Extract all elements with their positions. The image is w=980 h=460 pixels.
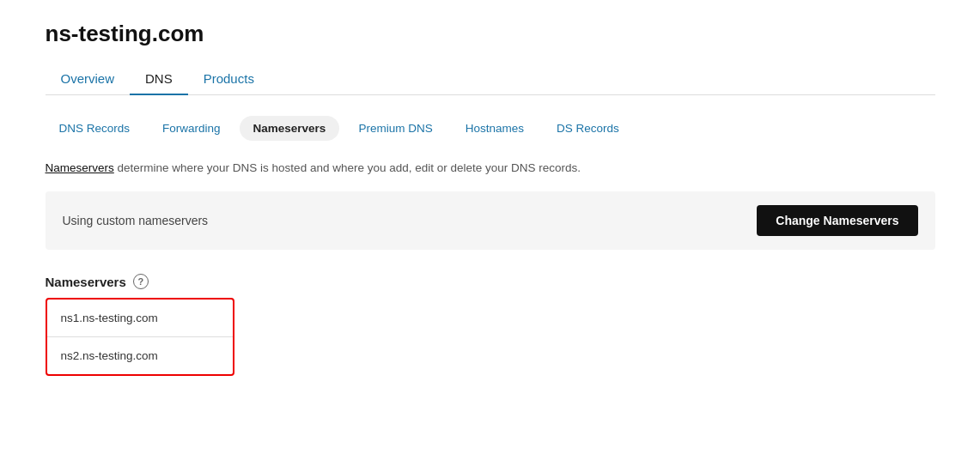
nameservers-list: ns1.ns-testing.com ns2.ns-testing.com bbox=[46, 298, 234, 376]
status-bar: Using custom nameservers Change Nameserv… bbox=[46, 191, 935, 250]
change-nameservers-button[interactable]: Change Nameservers bbox=[757, 205, 917, 236]
subtab-premium-dns[interactable]: Premium DNS bbox=[344, 116, 446, 141]
info-text: Nameservers determine where your DNS is … bbox=[46, 161, 935, 174]
nameservers-section-title: Nameservers bbox=[46, 275, 126, 289]
domain-title: ns-testing.com bbox=[46, 21, 935, 47]
nameservers-section: Nameservers ? ns1.ns-testing.com ns2.ns-… bbox=[46, 274, 935, 376]
tab-dns[interactable]: DNS bbox=[130, 63, 188, 94]
subtab-ds-records[interactable]: DS Records bbox=[543, 116, 633, 141]
sub-tabs: DNS Records Forwarding Nameservers Premi… bbox=[46, 116, 935, 141]
nameserver-entry-1: ns1.ns-testing.com bbox=[47, 300, 233, 337]
status-text: Using custom nameservers bbox=[63, 214, 209, 227]
subtab-nameservers[interactable]: Nameservers bbox=[240, 116, 340, 141]
subtab-hostnames[interactable]: Hostnames bbox=[452, 116, 538, 141]
nameservers-help-icon[interactable]: ? bbox=[133, 274, 149, 289]
tab-overview[interactable]: Overview bbox=[46, 63, 131, 94]
subtab-forwarding[interactable]: Forwarding bbox=[149, 116, 234, 141]
top-tabs: Overview DNS Products bbox=[46, 63, 935, 95]
nameservers-link[interactable]: Nameservers bbox=[46, 161, 114, 174]
tab-products[interactable]: Products bbox=[188, 63, 270, 94]
info-description: determine where your DNS is hosted and w… bbox=[114, 161, 581, 174]
nameserver-entry-2: ns2.ns-testing.com bbox=[47, 337, 233, 374]
subtab-dns-records[interactable]: DNS Records bbox=[46, 116, 144, 141]
